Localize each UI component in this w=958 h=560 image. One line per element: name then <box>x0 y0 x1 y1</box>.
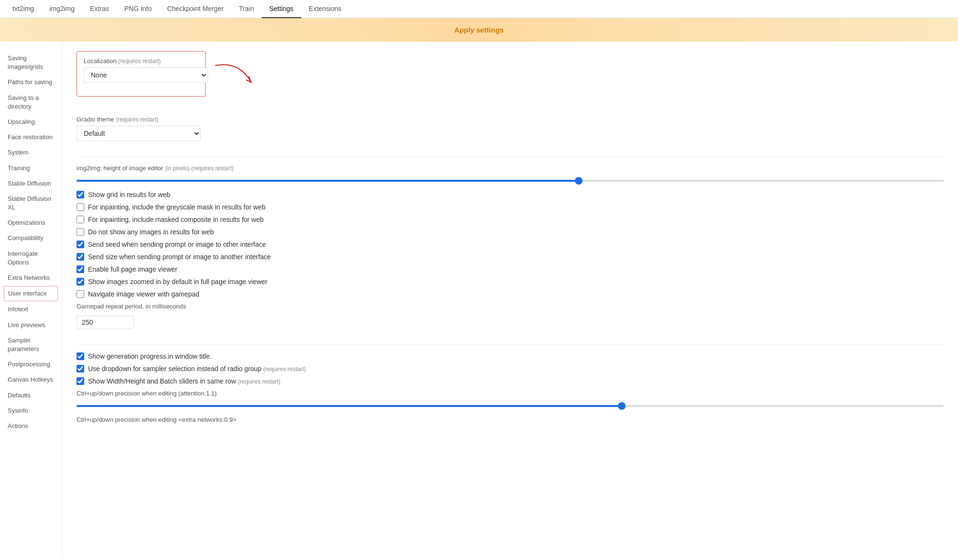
localization-select[interactable]: None <box>84 67 208 83</box>
checkbox-show-grid-label: Show grid in results for web <box>88 191 170 198</box>
sidebar-item-saving-images[interactable]: Saving images/grids <box>4 51 58 74</box>
checkbox-show-grid: Show grid in results for web <box>77 191 944 198</box>
sidebar-item-infotext[interactable]: Infotext <box>4 302 58 317</box>
checkbox-dropdown-sampler-input[interactable] <box>77 365 84 373</box>
tab-extras[interactable]: Extras <box>82 0 117 18</box>
img-editor-height-slider[interactable] <box>77 180 944 182</box>
tab-extensions[interactable]: Extensions <box>301 0 349 18</box>
sidebar: Saving images/grids Paths for saving Sav… <box>0 42 62 559</box>
sidebar-item-live-previews[interactable]: Live previews <box>4 318 58 332</box>
ctrl-precision-2-group: Ctrl+up/down precision when editing <ext… <box>77 416 944 423</box>
sidebar-item-saving-to-directory[interactable]: Saving to a directory <box>4 91 58 114</box>
main-layout: Saving images/grids Paths for saving Sav… <box>0 42 958 559</box>
checkbox-gamepad-viewer: Navigate image viewer with gamepad <box>77 290 944 298</box>
top-navigation: txt2img img2img Extras PNG Info Checkpoi… <box>0 0 958 18</box>
ctrl-precision-1-group: Ctrl+up/down precision when editing (att… <box>77 390 944 408</box>
tab-checkpoint-merger[interactable]: Checkpoint Merger <box>159 0 231 18</box>
checkbox-full-page-viewer: Enable full page image viewer <box>77 265 944 273</box>
checkbox-send-size-label: Send size when sending prompt or image t… <box>88 253 271 261</box>
tab-img2img[interactable]: img2img <box>42 0 82 18</box>
gradio-theme-group: Gradio theme (requires restart) Default <box>77 116 944 149</box>
checkbox-dropdown-sampler-note: (requires restart) <box>264 366 306 373</box>
tab-train[interactable]: Train <box>231 0 262 18</box>
ctrl-precision-2-label: Ctrl+up/down precision when editing <ext… <box>77 416 944 423</box>
gradio-theme-note: (requires restart) <box>116 116 158 123</box>
arrow-annotation <box>210 56 258 94</box>
ctrl-precision-1-slider[interactable] <box>77 405 944 407</box>
checkbox-no-images: Do not show any images in results for we… <box>77 228 944 236</box>
img-editor-height-label: img2img: height of image editor (in pixe… <box>77 165 944 172</box>
checkbox-gamepad-viewer-input[interactable] <box>77 290 84 298</box>
img-editor-height-group: img2img: height of image editor (in pixe… <box>77 165 944 183</box>
checkbox-masked-composite: For inpainting, include masked composite… <box>77 216 944 223</box>
checkbox-no-images-input[interactable] <box>77 228 84 236</box>
checkbox-send-seed: Send seed when sending prompt or image t… <box>77 241 944 248</box>
checkbox-progress-title: Show generation progress in window title… <box>77 352 944 360</box>
sidebar-item-postprocessing[interactable]: Postprocessing <box>4 357 58 372</box>
img-editor-height-slider-container <box>77 176 944 183</box>
checkbox-full-page-viewer-input[interactable] <box>77 265 84 273</box>
checkbox-no-images-label: Do not show any images in results for we… <box>88 228 214 236</box>
checkbox-send-seed-input[interactable] <box>77 241 84 248</box>
sidebar-item-interrogate-options[interactable]: Interrogate Options <box>4 247 58 270</box>
localization-label: Localization (requires restart) <box>84 57 198 65</box>
gamepad-period-group: Gamepad repeat period, in milliseconds <box>77 303 944 337</box>
checkbox-masked-composite-input[interactable] <box>77 216 84 223</box>
sidebar-item-actions[interactable]: Actions <box>4 419 58 433</box>
checkbox-same-row: Show Width/Height and Batch sliders in s… <box>77 377 944 385</box>
checkbox-dropdown-sampler-label: Use dropdown for sampler selection inste… <box>88 365 306 373</box>
tab-png-info[interactable]: PNG Info <box>117 0 160 18</box>
checkbox-images-zoomed-input[interactable] <box>77 278 84 285</box>
sidebar-item-user-interface[interactable]: User interface <box>4 286 58 301</box>
checkbox-show-grid-input[interactable] <box>77 191 84 198</box>
checkboxes-group-2: Show generation progress in window title… <box>77 352 944 385</box>
checkbox-send-size-input[interactable] <box>77 253 84 261</box>
tab-txt2img[interactable]: txt2img <box>5 0 42 18</box>
localization-note: (requires restart) <box>118 58 161 65</box>
checkbox-images-zoomed-label: Show images zoomed in by default in full… <box>88 278 267 285</box>
checkbox-send-seed-label: Send seed when sending prompt or image t… <box>88 241 266 248</box>
sidebar-item-optimizations[interactable]: Optimizations <box>4 216 58 230</box>
checkbox-masked-composite-label: For inpainting, include masked composite… <box>88 216 264 223</box>
checkbox-send-size: Send size when sending prompt or image t… <box>77 253 944 261</box>
checkbox-greyscale-mask-input[interactable] <box>77 203 84 211</box>
sidebar-item-face-restoration[interactable]: Face restoration <box>4 130 58 144</box>
settings-content: Localization (requires restart) None Gra… <box>62 42 958 559</box>
gradio-theme-label: Gradio theme (requires restart) <box>77 116 944 123</box>
sidebar-item-paths-for-saving[interactable]: Paths for saving <box>4 75 58 89</box>
ctrl-precision-1-label: Ctrl+up/down precision when editing (att… <box>77 390 944 397</box>
checkbox-same-row-note: (requires restart) <box>238 378 281 385</box>
sidebar-item-extra-networks[interactable]: Extra Networks <box>4 271 58 285</box>
sidebar-item-system[interactable]: System <box>4 145 58 160</box>
sidebar-item-stable-diffusion[interactable]: Stable Diffusion <box>4 176 58 191</box>
sidebar-item-defaults[interactable]: Defaults <box>4 388 58 403</box>
checkbox-progress-title-label: Show generation progress in window title… <box>88 352 211 360</box>
checkboxes-group-1: Show grid in results for web For inpaint… <box>77 191 944 298</box>
sidebar-item-training[interactable]: Training <box>4 161 58 176</box>
localization-section: Localization (requires restart) None <box>77 51 206 97</box>
checkbox-gamepad-viewer-label: Navigate image viewer with gamepad <box>88 290 199 298</box>
ctrl-precision-1-slider-container <box>77 401 944 408</box>
sidebar-item-stable-diffusion-xl[interactable]: Stable Diffusion XL <box>4 192 58 215</box>
gradio-theme-select[interactable]: Default <box>77 126 201 141</box>
sidebar-item-compatibility[interactable]: Compatibility <box>4 231 58 245</box>
checkbox-progress-title-input[interactable] <box>77 352 84 360</box>
checkbox-same-row-label: Show Width/Height and Batch sliders in s… <box>88 377 280 385</box>
tab-settings[interactable]: Settings <box>262 0 301 18</box>
sidebar-item-sysinfo[interactable]: Sysinfo <box>4 404 58 418</box>
sidebar-item-canvas-hotkeys[interactable]: Canvas Hotkeys <box>4 373 58 387</box>
checkbox-same-row-input[interactable] <box>77 377 84 385</box>
checkbox-dropdown-sampler: Use dropdown for sampler selection inste… <box>77 365 944 373</box>
checkbox-greyscale-mask: For inpainting, include the greyscale ma… <box>77 203 944 211</box>
checkbox-images-zoomed: Show images zoomed in by default in full… <box>77 278 944 285</box>
sidebar-item-upscaling[interactable]: Upscaling <box>4 115 58 129</box>
sidebar-item-sampler-parameters[interactable]: Sampler parameters <box>4 333 58 356</box>
checkbox-full-page-viewer-label: Enable full page image viewer <box>88 265 177 273</box>
checkbox-greyscale-mask-label: For inpainting, include the greyscale ma… <box>88 203 265 211</box>
gamepad-period-input[interactable] <box>77 316 134 329</box>
apply-settings-banner[interactable]: Apply settings <box>0 18 958 42</box>
gamepad-period-label: Gamepad repeat period, in milliseconds <box>77 303 944 310</box>
